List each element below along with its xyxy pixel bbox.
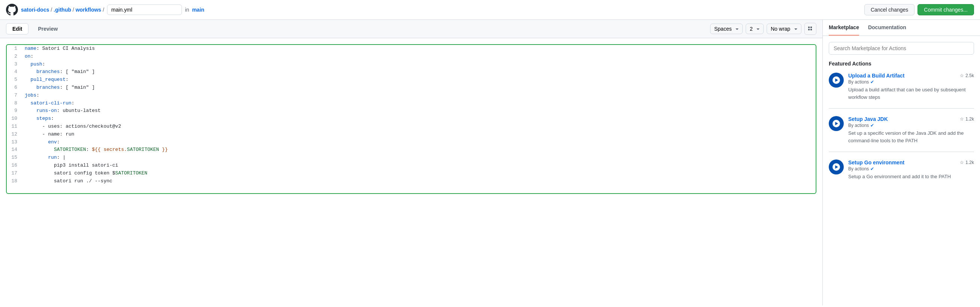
line-number: 4 (7, 68, 22, 76)
indent-mode-select[interactable]: Spaces (710, 24, 743, 34)
main-layout: Edit Preview Spaces 2 No wrap (0, 20, 980, 305)
tab-preview[interactable]: Preview (32, 23, 64, 35)
action-by: By actions ✔ (848, 166, 974, 172)
action-by: By actions ✔ (848, 80, 974, 84)
code-editor-inner: 1name: Satori CI Analysis2on:3 push:4 br… (6, 44, 816, 194)
action-name[interactable]: Setup Go environment (848, 159, 904, 165)
tab-documentation[interactable]: Documentation (868, 20, 906, 35)
repo-link[interactable]: satori-docs (21, 7, 49, 13)
line-content[interactable]: satori run ./ --sync (22, 177, 816, 185)
github-logo-icon (6, 4, 18, 16)
table-row: 16 pip3 install satori-ci (7, 162, 816, 170)
table-row: 3 push: (7, 60, 816, 68)
marketplace-search-input[interactable] (829, 42, 974, 55)
line-content[interactable]: run: | (22, 154, 816, 162)
line-content[interactable]: branches: [ "main" ] (22, 84, 816, 92)
line-content[interactable]: - uses: actions/checkout@v2 (22, 123, 816, 130)
table-row: 17 satori config token $SATORITOKEN (7, 170, 816, 177)
verified-icon: ✔ (870, 166, 874, 172)
table-row: 2on: (7, 53, 816, 60)
action-header: Setup Java JDK ☆ 1.2k (848, 116, 974, 122)
line-content[interactable]: push: (22, 60, 816, 68)
table-row: 5 pull_request: (7, 76, 816, 84)
sidebar: Marketplace Documentation Featured Actio… (823, 20, 980, 305)
line-content[interactable]: SATORITOKEN: ${{ secrets.SATORITOKEN }} (22, 146, 816, 154)
cancel-button[interactable]: Cancel changes (864, 4, 915, 15)
sidebar-tabs: Marketplace Documentation (823, 20, 980, 36)
action-by: By actions ✔ (848, 123, 974, 128)
line-content[interactable]: pull_request: (22, 76, 816, 84)
line-number: 10 (7, 115, 22, 123)
sep1: / (51, 7, 52, 13)
indent-size-select[interactable]: 2 (746, 24, 764, 34)
wrap-mode-select[interactable]: No wrap (767, 24, 802, 34)
line-number: 5 (7, 76, 22, 84)
list-item: Setup Java JDK ☆ 1.2k By actions ✔ Set u… (829, 116, 974, 152)
line-number: 12 (7, 130, 22, 138)
table-row: 18 satori run ./ --sync (7, 177, 816, 185)
actions-list: Upload a Build Artifact ☆ 2.5k By action… (829, 73, 974, 188)
line-content[interactable]: satori config token $SATORITOKEN (22, 170, 816, 177)
action-body: Setup Go environment ☆ 1.2k By actions ✔… (848, 159, 974, 180)
action-name[interactable]: Setup Java JDK (848, 116, 888, 122)
line-number: 17 (7, 170, 22, 177)
action-name[interactable]: Upload a Build Artifact (848, 73, 904, 79)
action-icon (829, 159, 844, 175)
table-row: 4 branches: [ "main" ] (7, 68, 816, 76)
featured-label: Featured Actions (829, 60, 974, 67)
line-number: 3 (7, 60, 22, 68)
line-number: 2 (7, 53, 22, 60)
star-count: 2.5k (966, 73, 974, 78)
line-number: 18 (7, 177, 22, 185)
header: satori-docs / .github / workflows / in m… (0, 0, 980, 20)
table-row: 15 run: | (7, 154, 816, 162)
line-content[interactable]: runs-on: ubuntu-latest (22, 107, 816, 115)
line-content[interactable]: on: (22, 53, 816, 60)
sep3: / (103, 7, 104, 13)
branch-link[interactable]: main (192, 7, 204, 13)
line-content[interactable]: jobs: (22, 92, 816, 100)
commit-button[interactable]: Commit changes... (918, 4, 974, 15)
line-content[interactable]: pip3 install satori-ci (22, 162, 816, 170)
line-content[interactable]: satori-cli-run: (22, 100, 816, 107)
action-author: By actions (848, 123, 869, 128)
line-number: 15 (7, 154, 22, 162)
line-number: 1 (7, 45, 22, 53)
editor-controls: Spaces 2 No wrap (710, 23, 816, 35)
line-number: 9 (7, 107, 22, 115)
action-body: Setup Java JDK ☆ 1.2k By actions ✔ Set u… (848, 116, 974, 144)
tab-marketplace[interactable]: Marketplace (829, 20, 859, 35)
action-body: Upload a Build Artifact ☆ 2.5k By action… (848, 73, 974, 101)
section-link[interactable]: workflows (76, 7, 101, 13)
minimap-toggle-button[interactable] (805, 23, 816, 35)
action-header: Upload a Build Artifact ☆ 2.5k (848, 73, 974, 79)
action-header: Setup Go environment ☆ 1.2k (848, 159, 974, 165)
minimap-icon (807, 26, 813, 32)
action-icon (829, 73, 844, 87)
line-number: 16 (7, 162, 22, 170)
code-editor[interactable]: 1name: Satori CI Analysis2on:3 push:4 br… (0, 38, 822, 305)
action-description: Upload a build artifact that can be used… (848, 86, 974, 101)
table-row: 9 runs-on: ubuntu-latest (7, 107, 816, 115)
star-icon: ☆ (960, 73, 964, 78)
table-row: 12 - name: run (7, 130, 816, 138)
star-icon: ☆ (960, 116, 964, 122)
line-content[interactable]: - name: run (22, 130, 816, 138)
line-content[interactable]: env: (22, 138, 816, 146)
tab-edit[interactable]: Edit (6, 23, 29, 35)
action-description: Set up a specific version of the Java JD… (848, 130, 974, 144)
line-content[interactable]: steps: (22, 115, 816, 123)
table-row: 11 - uses: actions/checkout@v2 (7, 123, 816, 130)
verified-icon: ✔ (870, 80, 874, 84)
line-content[interactable]: name: Satori CI Analysis (22, 45, 816, 53)
editor-panel: Edit Preview Spaces 2 No wrap (0, 20, 823, 305)
play-icon (832, 163, 840, 171)
line-number: 6 (7, 84, 22, 92)
org-link[interactable]: .github (54, 7, 71, 13)
line-number: 7 (7, 92, 22, 100)
sidebar-content: Featured Actions Upload a Build Artifact… (823, 36, 980, 201)
line-content[interactable]: branches: [ "main" ] (22, 68, 816, 76)
branch-prefix: in (185, 7, 189, 13)
list-item: Setup Go environment ☆ 1.2k By actions ✔… (829, 159, 974, 188)
filename-input[interactable] (107, 5, 182, 15)
